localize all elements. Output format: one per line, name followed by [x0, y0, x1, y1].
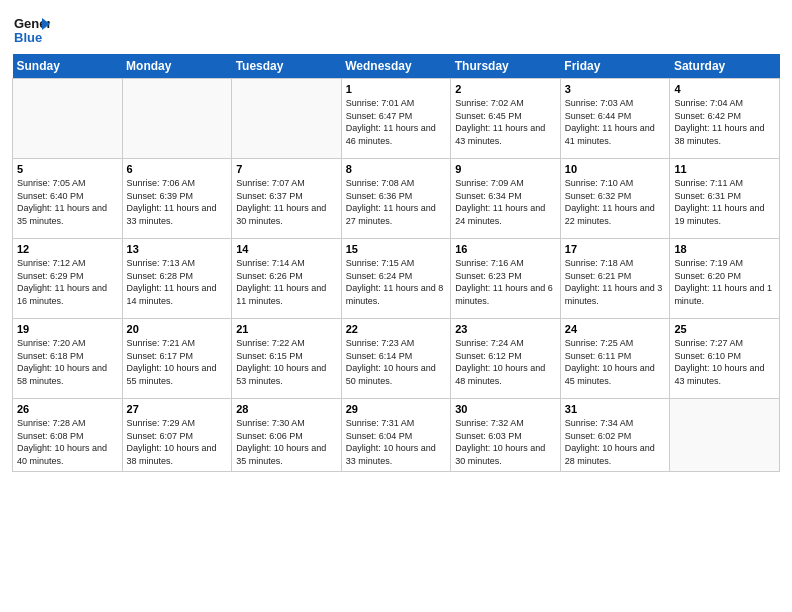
day-cell: 22Sunrise: 7:23 AM Sunset: 6:14 PM Dayli… — [341, 319, 451, 399]
day-cell: 26Sunrise: 7:28 AM Sunset: 6:08 PM Dayli… — [13, 399, 123, 472]
day-cell: 17Sunrise: 7:18 AM Sunset: 6:21 PM Dayli… — [560, 239, 670, 319]
day-cell: 2Sunrise: 7:02 AM Sunset: 6:45 PM Daylig… — [451, 79, 561, 159]
svg-text:Blue: Blue — [14, 30, 42, 45]
day-info: Sunrise: 7:34 AM Sunset: 6:02 PM Dayligh… — [565, 417, 666, 467]
day-info: Sunrise: 7:15 AM Sunset: 6:24 PM Dayligh… — [346, 257, 447, 307]
calendar-table: SundayMondayTuesdayWednesdayThursdayFrid… — [12, 54, 780, 472]
day-header-sunday: Sunday — [13, 54, 123, 79]
week-row-4: 19Sunrise: 7:20 AM Sunset: 6:18 PM Dayli… — [13, 319, 780, 399]
day-info: Sunrise: 7:20 AM Sunset: 6:18 PM Dayligh… — [17, 337, 118, 387]
day-info: Sunrise: 7:12 AM Sunset: 6:29 PM Dayligh… — [17, 257, 118, 307]
day-cell — [232, 79, 342, 159]
day-info: Sunrise: 7:28 AM Sunset: 6:08 PM Dayligh… — [17, 417, 118, 467]
day-cell: 8Sunrise: 7:08 AM Sunset: 6:36 PM Daylig… — [341, 159, 451, 239]
day-header-saturday: Saturday — [670, 54, 780, 79]
day-number: 12 — [17, 243, 118, 255]
day-info: Sunrise: 7:10 AM Sunset: 6:32 PM Dayligh… — [565, 177, 666, 227]
day-number: 30 — [455, 403, 556, 415]
day-header-wednesday: Wednesday — [341, 54, 451, 79]
day-info: Sunrise: 7:01 AM Sunset: 6:47 PM Dayligh… — [346, 97, 447, 147]
day-cell: 10Sunrise: 7:10 AM Sunset: 6:32 PM Dayli… — [560, 159, 670, 239]
day-cell: 30Sunrise: 7:32 AM Sunset: 6:03 PM Dayli… — [451, 399, 561, 472]
day-number: 14 — [236, 243, 337, 255]
day-header-monday: Monday — [122, 54, 232, 79]
day-number: 21 — [236, 323, 337, 335]
day-number: 11 — [674, 163, 775, 175]
day-cell: 4Sunrise: 7:04 AM Sunset: 6:42 PM Daylig… — [670, 79, 780, 159]
day-cell: 15Sunrise: 7:15 AM Sunset: 6:24 PM Dayli… — [341, 239, 451, 319]
day-info: Sunrise: 7:11 AM Sunset: 6:31 PM Dayligh… — [674, 177, 775, 227]
day-number: 15 — [346, 243, 447, 255]
day-info: Sunrise: 7:27 AM Sunset: 6:10 PM Dayligh… — [674, 337, 775, 387]
week-row-3: 12Sunrise: 7:12 AM Sunset: 6:29 PM Dayli… — [13, 239, 780, 319]
day-header-friday: Friday — [560, 54, 670, 79]
day-number: 13 — [127, 243, 228, 255]
day-info: Sunrise: 7:08 AM Sunset: 6:36 PM Dayligh… — [346, 177, 447, 227]
day-number: 25 — [674, 323, 775, 335]
day-info: Sunrise: 7:06 AM Sunset: 6:39 PM Dayligh… — [127, 177, 228, 227]
day-cell — [13, 79, 123, 159]
header-row: SundayMondayTuesdayWednesdayThursdayFrid… — [13, 54, 780, 79]
day-cell: 3Sunrise: 7:03 AM Sunset: 6:44 PM Daylig… — [560, 79, 670, 159]
day-number: 28 — [236, 403, 337, 415]
calendar-container: General Blue SundayMondayTuesdayWednesda… — [0, 0, 792, 612]
day-cell: 27Sunrise: 7:29 AM Sunset: 6:07 PM Dayli… — [122, 399, 232, 472]
day-cell: 19Sunrise: 7:20 AM Sunset: 6:18 PM Dayli… — [13, 319, 123, 399]
day-cell: 1Sunrise: 7:01 AM Sunset: 6:47 PM Daylig… — [341, 79, 451, 159]
day-cell: 13Sunrise: 7:13 AM Sunset: 6:28 PM Dayli… — [122, 239, 232, 319]
day-number: 27 — [127, 403, 228, 415]
day-cell: 28Sunrise: 7:30 AM Sunset: 6:06 PM Dayli… — [232, 399, 342, 472]
day-info: Sunrise: 7:31 AM Sunset: 6:04 PM Dayligh… — [346, 417, 447, 467]
day-number: 3 — [565, 83, 666, 95]
day-number: 31 — [565, 403, 666, 415]
day-cell — [670, 399, 780, 472]
day-cell: 7Sunrise: 7:07 AM Sunset: 6:37 PM Daylig… — [232, 159, 342, 239]
header: General Blue — [12, 10, 780, 48]
day-number: 9 — [455, 163, 556, 175]
day-cell: 25Sunrise: 7:27 AM Sunset: 6:10 PM Dayli… — [670, 319, 780, 399]
day-number: 16 — [455, 243, 556, 255]
day-number: 18 — [674, 243, 775, 255]
day-cell: 29Sunrise: 7:31 AM Sunset: 6:04 PM Dayli… — [341, 399, 451, 472]
day-info: Sunrise: 7:13 AM Sunset: 6:28 PM Dayligh… — [127, 257, 228, 307]
week-row-2: 5Sunrise: 7:05 AM Sunset: 6:40 PM Daylig… — [13, 159, 780, 239]
day-number: 17 — [565, 243, 666, 255]
week-row-5: 26Sunrise: 7:28 AM Sunset: 6:08 PM Dayli… — [13, 399, 780, 472]
day-info: Sunrise: 7:21 AM Sunset: 6:17 PM Dayligh… — [127, 337, 228, 387]
day-info: Sunrise: 7:23 AM Sunset: 6:14 PM Dayligh… — [346, 337, 447, 387]
day-cell: 23Sunrise: 7:24 AM Sunset: 6:12 PM Dayli… — [451, 319, 561, 399]
day-number: 26 — [17, 403, 118, 415]
day-header-tuesday: Tuesday — [232, 54, 342, 79]
day-cell: 6Sunrise: 7:06 AM Sunset: 6:39 PM Daylig… — [122, 159, 232, 239]
day-cell: 14Sunrise: 7:14 AM Sunset: 6:26 PM Dayli… — [232, 239, 342, 319]
day-info: Sunrise: 7:04 AM Sunset: 6:42 PM Dayligh… — [674, 97, 775, 147]
day-cell: 20Sunrise: 7:21 AM Sunset: 6:17 PM Dayli… — [122, 319, 232, 399]
day-info: Sunrise: 7:09 AM Sunset: 6:34 PM Dayligh… — [455, 177, 556, 227]
day-info: Sunrise: 7:24 AM Sunset: 6:12 PM Dayligh… — [455, 337, 556, 387]
day-number: 4 — [674, 83, 775, 95]
day-info: Sunrise: 7:02 AM Sunset: 6:45 PM Dayligh… — [455, 97, 556, 147]
day-cell: 21Sunrise: 7:22 AM Sunset: 6:15 PM Dayli… — [232, 319, 342, 399]
logo: General Blue — [12, 10, 50, 48]
day-cell: 5Sunrise: 7:05 AM Sunset: 6:40 PM Daylig… — [13, 159, 123, 239]
day-cell: 11Sunrise: 7:11 AM Sunset: 6:31 PM Dayli… — [670, 159, 780, 239]
day-number: 29 — [346, 403, 447, 415]
day-cell: 9Sunrise: 7:09 AM Sunset: 6:34 PM Daylig… — [451, 159, 561, 239]
day-info: Sunrise: 7:29 AM Sunset: 6:07 PM Dayligh… — [127, 417, 228, 467]
day-info: Sunrise: 7:14 AM Sunset: 6:26 PM Dayligh… — [236, 257, 337, 307]
day-number: 10 — [565, 163, 666, 175]
day-number: 22 — [346, 323, 447, 335]
day-cell: 24Sunrise: 7:25 AM Sunset: 6:11 PM Dayli… — [560, 319, 670, 399]
day-info: Sunrise: 7:18 AM Sunset: 6:21 PM Dayligh… — [565, 257, 666, 307]
day-cell: 16Sunrise: 7:16 AM Sunset: 6:23 PM Dayli… — [451, 239, 561, 319]
day-number: 7 — [236, 163, 337, 175]
day-header-thursday: Thursday — [451, 54, 561, 79]
day-cell: 12Sunrise: 7:12 AM Sunset: 6:29 PM Dayli… — [13, 239, 123, 319]
week-row-1: 1Sunrise: 7:01 AM Sunset: 6:47 PM Daylig… — [13, 79, 780, 159]
day-number: 6 — [127, 163, 228, 175]
day-number: 20 — [127, 323, 228, 335]
day-cell: 31Sunrise: 7:34 AM Sunset: 6:02 PM Dayli… — [560, 399, 670, 472]
day-number: 5 — [17, 163, 118, 175]
day-cell — [122, 79, 232, 159]
day-info: Sunrise: 7:22 AM Sunset: 6:15 PM Dayligh… — [236, 337, 337, 387]
